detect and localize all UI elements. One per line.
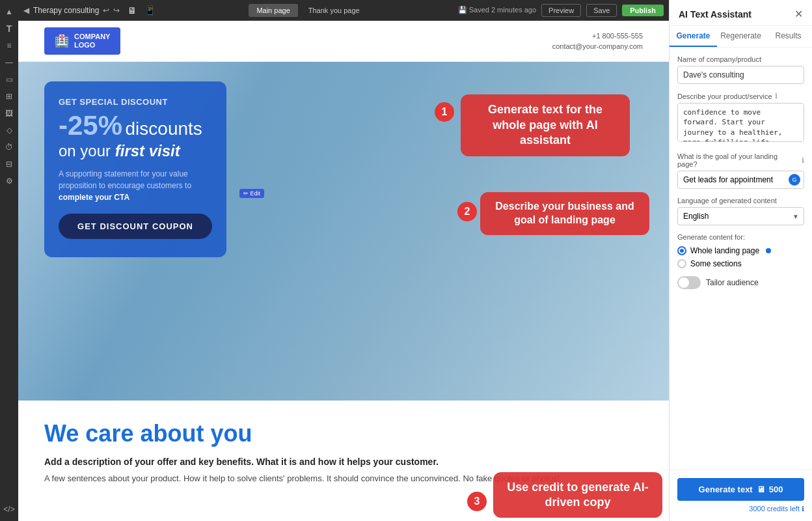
tooltip-bubble-2: Describe your business and goal of landi… xyxy=(480,192,649,235)
sidebar-shape-icon[interactable]: ◇ xyxy=(3,124,16,137)
saved-status: 💾 Saved 2 minutes ago xyxy=(458,6,536,14)
generate-credits-icon: 🖥 xyxy=(757,485,765,494)
ai-tabs: Generate Regenerate Results xyxy=(670,26,812,48)
mobile-device-btn[interactable]: 📱 xyxy=(142,4,158,17)
goal-ai-icon: G xyxy=(789,174,800,186)
lower-title: We care about you xyxy=(44,420,643,447)
generate-credits-count: 500 xyxy=(769,485,783,494)
radio-whole-page-indicator xyxy=(677,246,686,255)
tab-results[interactable]: Results xyxy=(765,26,812,47)
tailor-audience-row: Tailor audience xyxy=(677,276,804,289)
tailor-audience-label: Tailor audience xyxy=(706,278,759,287)
ai-form: Name of company/product Describe your pr… xyxy=(670,48,812,305)
sidebar-grid-icon[interactable]: ⊟ xyxy=(3,158,16,171)
offer-cta-button[interactable]: GET DISCOUNT COUPON xyxy=(59,214,212,239)
tab-main-page[interactable]: Main page xyxy=(249,4,297,17)
sidebar-t-icon[interactable]: T xyxy=(3,22,16,35)
sidebar-image-icon[interactable]: 🖼 xyxy=(3,107,16,120)
device-icons: 🖥 📱 xyxy=(125,4,158,17)
undo-icon[interactable]: ↩ xyxy=(103,6,109,15)
preview-button[interactable]: Preview xyxy=(541,4,581,17)
language-label: Language of generated content xyxy=(677,197,804,204)
sidebar-rect-icon[interactable]: ▭ xyxy=(3,73,16,86)
canvas: 🏥 COMPANY LOGO +1 800-555-555 contact@yo… xyxy=(18,21,669,521)
sidebar-pointer-icon[interactable]: ▲ xyxy=(3,5,16,18)
save-button[interactable]: Save xyxy=(586,4,617,17)
generate-text-button[interactable]: Generate text 🖥 500 xyxy=(677,478,804,501)
sidebar-minus-icon[interactable]: — xyxy=(3,56,16,69)
goal-input[interactable] xyxy=(677,171,804,189)
contact-info: +1 800-555-555 contact@your-company.com xyxy=(552,31,643,52)
offer-discount-line: -25% discounts xyxy=(59,112,212,139)
edit-overlay: ✏ Edit xyxy=(239,189,264,198)
canvas-wrapper: 🏥 COMPANY LOGO +1 800-555-555 contact@yo… xyxy=(18,21,669,521)
generate-text-label: Generate text xyxy=(699,485,753,494)
email: contact@your-company.com xyxy=(552,41,643,52)
sidebar-clock-icon[interactable]: ⏱ xyxy=(3,141,16,154)
tab-regenerate[interactable]: Regenerate xyxy=(717,26,765,47)
tab-thank-you[interactable]: Thank you page xyxy=(301,4,368,17)
offer-discount: -25% xyxy=(59,110,122,141)
offer-desc: A supporting statement for your value pr… xyxy=(59,168,212,203)
page-title: Therapy consulting xyxy=(33,6,99,15)
hero-section: GET SPECIAL DISCOUNT -25% discounts on y… xyxy=(18,62,669,401)
tailor-audience-toggle[interactable] xyxy=(677,276,701,289)
topbar-right: 💾 Saved 2 minutes ago Preview Save Publi… xyxy=(458,4,664,17)
language-field: Language of generated content English Sp… xyxy=(677,197,804,225)
ai-close-button[interactable]: ✕ xyxy=(794,8,803,20)
tooltip-bubble-1: Generate text for the whole page with AI… xyxy=(461,94,630,156)
sidebar-layout-icon[interactable]: ⊞ xyxy=(3,90,16,103)
credits-info-icon: ℹ xyxy=(802,505,804,513)
logo-text: COMPANY LOGO xyxy=(74,33,110,49)
main-area: ◀ Therapy consulting ↩ ↪ 🖥 📱 Main page T… xyxy=(18,0,669,521)
redo-icon[interactable]: ↪ xyxy=(113,6,120,15)
credits-left: 3000 credits left ℹ xyxy=(677,505,804,513)
product-field: Describe your product/service ℹ confiden… xyxy=(677,92,804,145)
radio-sections-indicator xyxy=(677,259,686,268)
goal-input-wrapper: G xyxy=(677,171,804,189)
lower-wrapper: We care about you Add a description of y… xyxy=(18,401,669,521)
radio-whole-page[interactable]: Whole landing page xyxy=(677,246,804,255)
language-select[interactable]: English Spanish French German xyxy=(677,207,804,225)
offer-discounts-text: discounts xyxy=(126,119,202,139)
lp-header: 🏥 COMPANY LOGO +1 800-555-555 contact@yo… xyxy=(18,21,669,62)
topbar-tabs: Main page Thank you page xyxy=(163,4,452,17)
publish-button[interactable]: Publish xyxy=(622,5,664,16)
whole-page-dot xyxy=(766,248,771,253)
company-label: Name of company/product xyxy=(677,55,804,63)
radio-whole-page-label: Whole landing page xyxy=(690,246,759,255)
desktop-device-btn[interactable]: 🖥 xyxy=(125,4,139,17)
sidebar-code-icon[interactable]: </> xyxy=(3,503,16,516)
phone: +1 800-555-555 xyxy=(552,31,643,42)
goal-field: What is the goal of your landing page? ℹ… xyxy=(677,152,804,189)
content-for-radio-group: Whole landing page Some sections xyxy=(677,246,804,268)
company-field: Name of company/product xyxy=(677,55,804,84)
ai-panel-header: AI Text Assistant ✕ xyxy=(670,0,812,26)
language-select-wrapper: English Spanish French German ▼ xyxy=(677,207,804,225)
company-input[interactable] xyxy=(677,66,804,84)
ai-footer: Generate text 🖥 500 3000 credits left ℹ xyxy=(670,470,812,521)
tab-generate[interactable]: Generate xyxy=(670,26,717,47)
offer-label: GET SPECIAL DISCOUNT xyxy=(59,97,212,107)
ai-text-assistant-panel: AI Text Assistant ✕ Generate Regenerate … xyxy=(669,0,812,521)
topbar-left: ◀ Therapy consulting ↩ ↪ xyxy=(23,6,120,15)
content-for-label: Generate content for: xyxy=(677,233,804,241)
radio-sections-label: Some sections xyxy=(690,259,742,268)
offer-on-your: on your first visit xyxy=(59,142,212,160)
logo: 🏥 COMPANY LOGO xyxy=(44,27,120,55)
tooltip-bubble-3: Use credit to generate AI-driven copy xyxy=(493,472,662,518)
offer-first-visit: first visit xyxy=(115,142,180,160)
sidebar-settings-icon[interactable]: ⚙ xyxy=(3,175,16,188)
back-icon[interactable]: ◀ xyxy=(23,6,29,15)
lower-subtitle: Add a description of your offer and key … xyxy=(44,457,643,467)
goal-label: What is the goal of your landing page? ℹ xyxy=(677,152,804,168)
product-textarea[interactable]: confidence to move forward. Start your j… xyxy=(677,103,804,142)
radio-some-sections[interactable]: Some sections xyxy=(677,259,804,268)
ai-panel-title: AI Text Assistant xyxy=(679,9,751,20)
left-sidebar: ▲ T ≡ — ▭ ⊞ 🖼 ◇ ⏱ ⊟ ⚙ </> xyxy=(0,0,18,521)
content-for-field: Generate content for: Whole landing page… xyxy=(677,233,804,268)
goal-info-icon: ℹ xyxy=(802,156,804,165)
sidebar-lines-icon[interactable]: ≡ xyxy=(3,39,16,52)
logo-icon: 🏥 xyxy=(55,34,69,48)
offer-card: GET SPECIAL DISCOUNT -25% discounts on y… xyxy=(44,81,226,257)
